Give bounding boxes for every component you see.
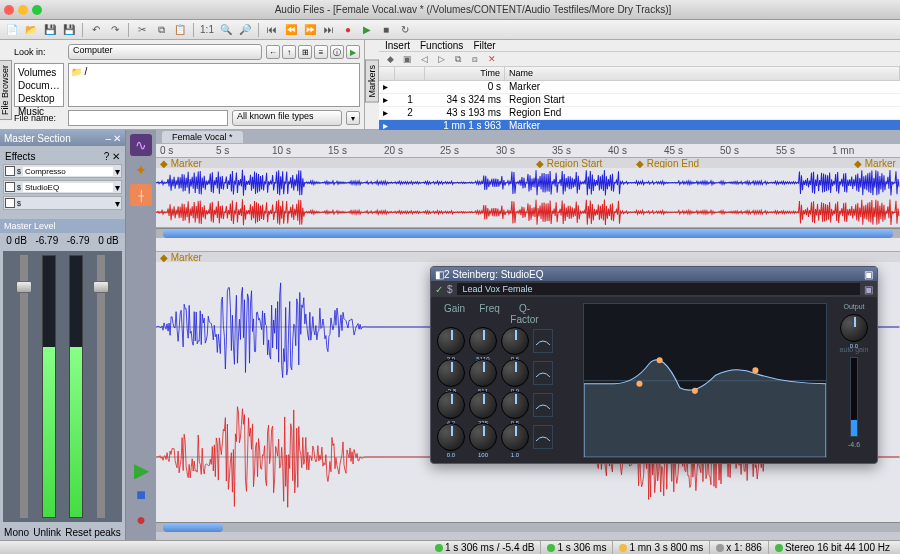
plugin-settings-icon[interactable]: $ [447, 284, 453, 295]
record-icon[interactable]: ● [340, 22, 356, 38]
zoom-11[interactable]: 1:1 [199, 22, 215, 38]
save-icon[interactable]: 💾 [42, 22, 58, 38]
gain-knob[interactable]: 3.0 [437, 327, 465, 355]
eq-curve-graph[interactable] [583, 303, 827, 458]
gain-knob[interactable]: 4.2 [437, 391, 465, 419]
play-preview-icon[interactable]: ▶ [346, 45, 360, 59]
overview-scrollbar[interactable] [163, 230, 892, 238]
paste-icon[interactable]: 📋 [172, 22, 188, 38]
band-curve-icon[interactable] [533, 361, 553, 385]
marker-unlink-icon[interactable]: ⧈ [468, 52, 482, 66]
open-icon[interactable]: 📂 [23, 22, 39, 38]
copy-icon[interactable]: ⧉ [153, 22, 169, 38]
overview-ruler[interactable]: 0 s5 s10 s15 s20 s25 s30 s35 s40 s45 s50… [156, 144, 900, 158]
marker-row[interactable]: ▸134 s 324 msRegion Start [379, 94, 900, 107]
eq-band: 0.01001.0 [437, 423, 577, 451]
marker-add-icon[interactable]: ◆ [383, 52, 397, 66]
zoom-window[interactable] [32, 5, 42, 15]
freq-knob[interactable]: 5110 [469, 327, 497, 355]
info-icon[interactable]: ⓘ [330, 45, 344, 59]
lookin-label: Look in: [14, 47, 64, 57]
redo-icon[interactable]: ↷ [107, 22, 123, 38]
band-curve-icon[interactable] [533, 425, 553, 449]
new-icon[interactable]: 📄 [4, 22, 20, 38]
freq-knob[interactable]: 100 [469, 423, 497, 451]
band-curve-icon[interactable] [533, 393, 553, 417]
stop-icon[interactable]: ■ [378, 22, 394, 38]
marker-play-icon[interactable]: ▷ [434, 52, 448, 66]
file-tab[interactable]: Female Vocal * [162, 131, 243, 143]
minimize-window[interactable] [18, 5, 28, 15]
svg-point-8 [752, 367, 758, 373]
preset-name[interactable]: Lead Vox Female [457, 283, 860, 295]
nav-back-icon[interactable]: ← [266, 45, 280, 59]
q-knob[interactable]: 0.6 [501, 327, 529, 355]
gain-knob[interactable]: 0.0 [437, 423, 465, 451]
marker-row[interactable]: ▸243 s 193 msRegion End [379, 107, 900, 120]
marker-link-icon[interactable]: ⧉ [451, 52, 465, 66]
wave-icon[interactable]: ∿ [130, 134, 152, 156]
transport-stop-icon[interactable]: ■ [130, 484, 152, 506]
freq-knob[interactable]: 511 [469, 359, 497, 387]
mono-btn[interactable]: Mono [4, 527, 29, 538]
lookin-select[interactable]: Computer [68, 44, 262, 60]
zoom-out-icon[interactable]: 🔎 [237, 22, 253, 38]
overview-waveform[interactable] [156, 168, 900, 228]
plugin-window[interactable]: ◧ 2 Steinberg: StudioEQ▣ ✓ $ Lead Vox Fe… [430, 266, 878, 464]
filename-input[interactable] [68, 110, 228, 126]
file-browser-tab[interactable]: File Browser [0, 60, 12, 120]
reset-peaks-btn[interactable]: Reset peaks [65, 527, 121, 538]
view-list-icon[interactable]: ≡ [314, 45, 328, 59]
filter-btn[interactable]: ▾ [346, 111, 360, 125]
menu-insert[interactable]: Insert [385, 40, 410, 51]
nav-up-icon[interactable]: ↑ [282, 45, 296, 59]
plugin-enable-icon[interactable]: ✓ [435, 284, 443, 295]
marker-prev-icon[interactable]: ◁ [417, 52, 431, 66]
folder-shortcuts[interactable]: Volumes Docum… Desktop Music [14, 63, 64, 107]
ms-min-icon[interactable]: – [105, 133, 111, 144]
marker-row[interactable]: ▸0 sMarker [379, 81, 900, 94]
skip-end-icon[interactable]: ⏭ [321, 22, 337, 38]
plugin-close-icon[interactable]: ▣ [864, 269, 873, 280]
gain-knob[interactable]: -3.8 [437, 359, 465, 387]
rewind-icon[interactable]: ⏪ [283, 22, 299, 38]
close-window[interactable] [4, 5, 14, 15]
filetype-select[interactable]: All known file types [232, 110, 342, 126]
main-scrollbar[interactable] [163, 524, 223, 532]
folder-content[interactable]: 📁 / [68, 63, 360, 107]
menu-functions[interactable]: Functions [420, 40, 463, 51]
rss-icon[interactable]: ⟊ [130, 184, 152, 206]
marker-region-icon[interactable]: ▣ [400, 52, 414, 66]
zoom-in-icon[interactable]: 🔍 [218, 22, 234, 38]
loop-icon[interactable]: ↻ [397, 22, 413, 38]
q-knob[interactable]: 1.0 [501, 423, 529, 451]
main-ruler[interactable] [156, 238, 900, 252]
spark-icon[interactable]: ✦ [130, 159, 152, 181]
effect-slot[interactable]: $StudioEQ▾ [3, 180, 122, 194]
fader-left[interactable] [20, 255, 28, 518]
fader-right[interactable] [97, 255, 105, 518]
markers-tab[interactable]: Markers [365, 60, 379, 103]
effect-slot[interactable]: $▾ [3, 196, 122, 210]
forward-icon[interactable]: ⏩ [302, 22, 318, 38]
cut-icon[interactable]: ✂ [134, 22, 150, 38]
skip-start-icon[interactable]: ⏮ [264, 22, 280, 38]
status-bar: 1 s 306 ms / -5.4 dB 1 s 306 ms 1 mn 3 s… [0, 540, 900, 554]
view-grid-icon[interactable]: ⊞ [298, 45, 312, 59]
marker-delete-icon[interactable]: ✕ [485, 52, 499, 66]
q-knob[interactable]: 0.9 [501, 359, 529, 387]
freq-knob[interactable]: 225 [469, 391, 497, 419]
preset-menu-icon[interactable]: ▣ [864, 284, 873, 295]
output-gain-knob[interactable]: 0.0 [840, 314, 868, 342]
undo-icon[interactable]: ↶ [88, 22, 104, 38]
transport-record-icon[interactable]: ● [130, 509, 152, 531]
band-curve-icon[interactable] [533, 329, 553, 353]
play-icon[interactable]: ▶ [359, 22, 375, 38]
effect-slot[interactable]: $Compresso▾ [3, 164, 122, 178]
ms-close-icon[interactable]: ✕ [113, 133, 121, 144]
unlink-btn[interactable]: Unlink [33, 527, 61, 538]
saveas-icon[interactable]: 💾 [61, 22, 77, 38]
transport-play-icon[interactable]: ▶ [130, 459, 152, 481]
q-knob[interactable]: 0.5 [501, 391, 529, 419]
menu-filter[interactable]: Filter [473, 40, 495, 51]
